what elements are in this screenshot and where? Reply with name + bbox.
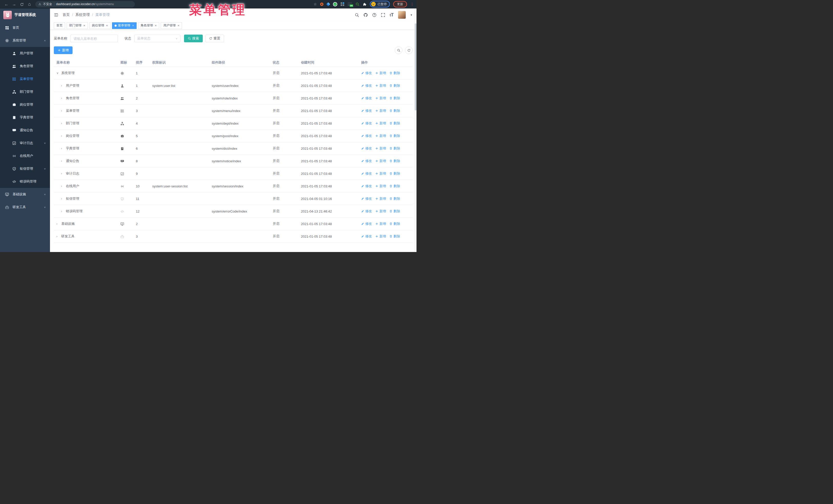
action-delete[interactable]: 删除 [389, 159, 400, 163]
expand-row-icon[interactable]: › [61, 84, 64, 88]
action-edit[interactable]: 修改 [361, 146, 372, 151]
table-row[interactable]: ›错误码管理 12 system/errorCode/index 开启 2021… [54, 205, 413, 218]
action-add[interactable]: 新增 [375, 196, 386, 201]
sidebar-item-code[interactable]: 错误码管理 [0, 175, 50, 188]
sidebar-item-tree[interactable]: 部门管理 [0, 86, 50, 98]
add-button[interactable]: 新增 [54, 46, 73, 54]
extension-grid-icon[interactable] [341, 2, 344, 6]
extensions-puzzle-icon[interactable] [363, 2, 366, 6]
sidebar-item-shield[interactable]: 短信管理∨ [0, 162, 50, 175]
action-add[interactable]: 新增 [375, 171, 386, 176]
scrollbar-thumb[interactable] [415, 23, 416, 111]
action-delete[interactable]: 删除 [389, 109, 400, 113]
sidebar-item-toolbox[interactable]: 研发工具∨ [0, 201, 50, 214]
table-row[interactable]: ›角色管理 2 system/role/index 开启 2021-01-05 … [54, 92, 413, 104]
close-icon[interactable]: × [177, 24, 180, 27]
sidebar-item-online[interactable]: 在线用户 [0, 149, 50, 162]
expand-row-icon[interactable]: › [61, 121, 64, 125]
action-add[interactable]: 新增 [375, 83, 386, 88]
action-edit[interactable]: 修改 [361, 71, 372, 75]
action-edit[interactable]: 修改 [361, 159, 372, 163]
table-row[interactable]: ›研发工具 3 开启 2021-01-05 17:03:48 修改新增删除 [54, 230, 413, 243]
action-add[interactable]: 新增 [375, 109, 386, 113]
reload-icon[interactable] [18, 0, 26, 8]
extension-check-icon[interactable]: ✓ [333, 2, 337, 6]
table-row[interactable]: ›通知公告 8 system/notice/index 开启 2021-01-0… [54, 155, 413, 167]
expand-row-icon[interactable]: › [61, 184, 64, 188]
github-icon[interactable] [363, 13, 368, 17]
extension-orange-icon[interactable] [320, 3, 324, 6]
scrollbar[interactable] [414, 8, 416, 252]
action-edit[interactable]: 修改 [361, 196, 372, 201]
action-delete[interactable]: 删除 [389, 196, 400, 201]
table-row[interactable]: ›菜单管理 3 system/menu/index 开启 2021-01-05 … [54, 104, 413, 117]
address-bar[interactable]: ⚠ 不安全 dashboard.yudao.iocoder.cn/system/… [35, 1, 135, 7]
action-edit[interactable]: 修改 [361, 134, 372, 138]
sidebar-item-user[interactable]: 用户管理 [0, 47, 50, 60]
action-delete[interactable]: 删除 [389, 146, 400, 151]
refresh-table-button[interactable] [405, 46, 413, 54]
browser-update-button[interactable]: 更新 [393, 1, 407, 7]
search-icon[interactable] [355, 13, 359, 17]
action-add[interactable]: 新增 [375, 184, 386, 188]
action-add[interactable]: 新增 [375, 159, 386, 163]
status-select[interactable]: 菜单状态 ∨ [134, 34, 181, 42]
expand-row-icon[interactable]: › [56, 222, 59, 225]
sidebar-item-log[interactable]: 审计日志∨ [0, 137, 50, 149]
close-icon[interactable]: × [106, 24, 108, 27]
action-add[interactable]: 新增 [375, 209, 386, 214]
profile-paused-badge[interactable]: 已暂停 [370, 1, 390, 7]
sidebar-item-gear[interactable]: 系统管理∧ [0, 34, 50, 47]
sidebar-item-message[interactable]: 通知公告 [0, 124, 50, 137]
sidebar-item-users[interactable]: 角色管理 [0, 60, 50, 73]
action-edit[interactable]: 修改 [361, 221, 372, 226]
table-row[interactable]: ›部门管理 4 system/dept/index 开启 2021-01-05 … [54, 117, 413, 130]
tab-1[interactable]: 部门管理× [67, 22, 88, 29]
extension-on-icon[interactable]: on [348, 2, 352, 6]
action-edit[interactable]: 修改 [361, 234, 372, 239]
tab-5[interactable]: 用户管理× [161, 22, 182, 29]
action-delete[interactable]: 删除 [389, 184, 400, 188]
action-edit[interactable]: 修改 [361, 109, 372, 113]
action-edit[interactable]: 修改 [361, 209, 372, 214]
menu-name-input[interactable] [70, 34, 118, 42]
action-delete[interactable]: 删除 [389, 121, 400, 126]
expand-row-icon[interactable]: › [61, 96, 64, 100]
breadcrumb-item[interactable]: 系统管理 [75, 13, 90, 17]
action-delete[interactable]: 删除 [389, 83, 400, 88]
action-edit[interactable]: 修改 [361, 96, 372, 100]
sidebar-item-menu[interactable]: 菜单管理 [0, 73, 50, 86]
action-delete[interactable]: 删除 [389, 134, 400, 138]
close-icon[interactable]: × [132, 24, 134, 27]
action-add[interactable]: 新增 [375, 121, 386, 126]
action-add[interactable]: 新增 [375, 71, 386, 75]
action-edit[interactable]: 修改 [361, 83, 372, 88]
collapse-sidebar-icon[interactable] [54, 13, 58, 17]
user-avatar[interactable] [398, 11, 406, 19]
tab-0[interactable]: 首页 [54, 22, 65, 29]
collapse-row-icon[interactable]: ∨ [56, 71, 59, 75]
tab-2[interactable]: 岗位管理× [90, 22, 111, 29]
help-icon[interactable] [372, 13, 377, 17]
bookmark-star-icon[interactable]: ☆ [313, 2, 317, 6]
expand-row-icon[interactable]: › [61, 210, 64, 213]
breadcrumb-item[interactable]: 首页 [63, 13, 70, 17]
table-row[interactable]: ›字典管理 6 system/dict/index 开启 2021-01-05 … [54, 142, 413, 155]
action-add[interactable]: 新增 [375, 234, 386, 239]
browser-menu-icon[interactable]: ⋮ [410, 2, 414, 6]
sidebar-item-badge[interactable]: 岗位管理 [0, 98, 50, 111]
expand-row-icon[interactable]: › [61, 197, 64, 200]
action-delete[interactable]: 删除 [389, 171, 400, 176]
app-logo[interactable]: 芋道管理系统 [0, 8, 50, 21]
chevron-down-icon[interactable]: ▼ [410, 14, 413, 17]
extension-gem-icon[interactable] [326, 2, 330, 6]
search-button[interactable]: 搜索 [184, 34, 203, 42]
tab-4[interactable]: 角色管理× [138, 22, 160, 29]
extension-search-icon[interactable] [356, 2, 359, 6]
close-icon[interactable]: × [83, 24, 85, 27]
table-row[interactable]: ›在线用户 10 system:user-session:list system… [54, 180, 413, 193]
action-edit[interactable]: 修改 [361, 171, 372, 176]
sidebar-item-monitor[interactable]: 基础设施∨ [0, 188, 50, 201]
action-add[interactable]: 新增 [375, 146, 386, 151]
table-row[interactable]: ›短信管理 11 开启 2021-04-05 01:10:16 修改新增删除 [54, 193, 413, 205]
